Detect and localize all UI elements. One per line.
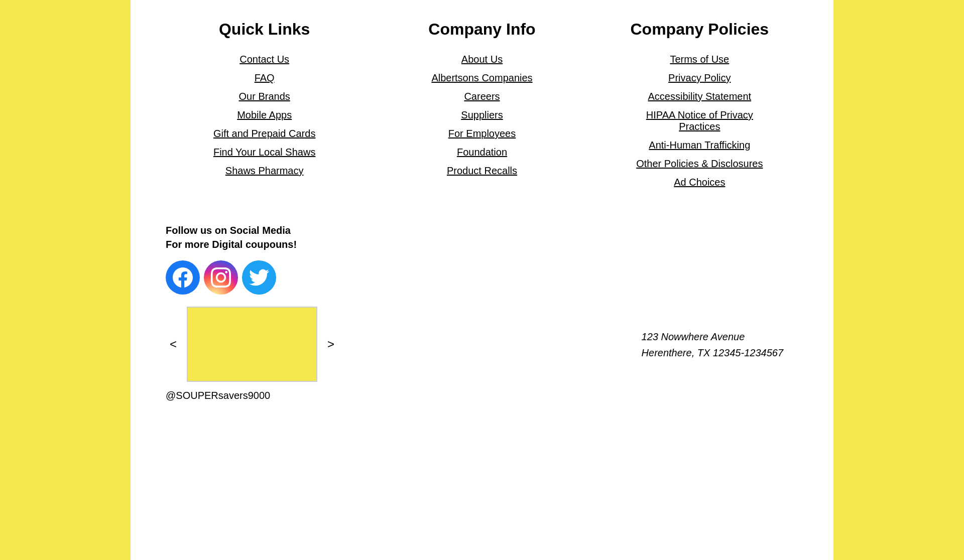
company-policies-list: Terms of Use Privacy Policy Accessibilit…	[596, 54, 803, 188]
other-policies-link[interactable]: Other Policies & Disclosures	[636, 158, 763, 169]
instagram-icon[interactable]	[204, 260, 238, 295]
ad-choices-link[interactable]: Ad Choices	[674, 177, 725, 188]
list-item: Foundation	[378, 147, 585, 158]
address-line1: 123 Nowwhere Avenue	[642, 331, 745, 342]
quick-links-column: Quick Links Contact Us FAQ Our Brands Mo…	[161, 20, 368, 188]
foundation-link[interactable]: Foundation	[457, 147, 507, 158]
careers-link[interactable]: Careers	[464, 91, 500, 102]
albertsons-companies-link[interactable]: Albertsons Companies	[431, 72, 532, 83]
list-item: Shaws Pharmacy	[161, 165, 368, 177]
quick-links-list: Contact Us FAQ Our Brands Mobile Apps Gi…	[161, 54, 368, 177]
mobile-apps-link[interactable]: Mobile Apps	[237, 109, 292, 120]
list-item: About Us	[378, 54, 585, 65]
company-policies-title: Company Policies	[596, 20, 803, 39]
for-employees-link[interactable]: For Employees	[448, 128, 516, 139]
social-icons-row	[166, 260, 338, 295]
carousel-image	[187, 307, 317, 382]
company-info-column: Company Info About Us Albertsons Compani…	[378, 20, 585, 188]
address-line2: Herenthere, TX 12345-1234567	[642, 347, 783, 358]
product-recalls-link[interactable]: Product Recalls	[447, 165, 517, 176]
list-item: Anti-Human Trafficking	[596, 139, 803, 151]
about-us-link[interactable]: About Us	[461, 54, 503, 65]
company-info-list: About Us Albertsons Companies Careers Su…	[378, 54, 585, 177]
company-info-title: Company Info	[378, 20, 585, 39]
list-item: Accessibility Statement	[596, 91, 803, 102]
company-policies-column: Company Policies Terms of Use Privacy Po…	[596, 20, 803, 188]
carousel-prev-button[interactable]: <	[166, 335, 181, 353]
social-label-line2: For more Digital coupouns!	[166, 239, 297, 250]
list-item: Mobile Apps	[161, 109, 368, 121]
hipaa-notice-link[interactable]: HIPAA Notice of Privacy Practices	[629, 109, 770, 132]
list-item: Contact Us	[161, 54, 368, 65]
shaws-pharmacy-link[interactable]: Shaws Pharmacy	[225, 165, 304, 176]
quick-links-title: Quick Links	[161, 20, 368, 39]
list-item: Albertsons Companies	[378, 72, 585, 84]
privacy-policy-link[interactable]: Privacy Policy	[668, 72, 731, 83]
list-item: HIPAA Notice of Privacy Practices	[596, 109, 803, 132]
list-item: Product Recalls	[378, 165, 585, 177]
suppliers-link[interactable]: Suppliers	[461, 109, 503, 120]
list-item: FAQ	[161, 72, 368, 84]
list-item: Terms of Use	[596, 54, 803, 65]
twitter-icon[interactable]	[242, 260, 276, 295]
anti-human-trafficking-link[interactable]: Anti-Human Trafficking	[649, 139, 750, 151]
list-item: Privacy Policy	[596, 72, 803, 84]
footer-columns: Quick Links Contact Us FAQ Our Brands Mo…	[161, 20, 803, 188]
terms-of-use-link[interactable]: Terms of Use	[670, 54, 729, 65]
address-text: 123 Nowwhere Avenue Herenthere, TX 12345…	[642, 329, 783, 361]
list-item: Other Policies & Disclosures	[596, 158, 803, 170]
accessibility-statement-link[interactable]: Accessibility Statement	[648, 91, 752, 102]
list-item: Our Brands	[161, 91, 368, 102]
list-item: Ad Choices	[596, 177, 803, 188]
social-handle: @SOUPERsavers9000	[166, 390, 338, 401]
find-local-shaws-link[interactable]: Find Your Local Shaws	[213, 147, 315, 158]
social-label-line1: Follow us on Social Media	[166, 225, 291, 236]
list-item: For Employees	[378, 128, 585, 139]
contact-us-link[interactable]: Contact Us	[239, 54, 289, 65]
list-item: Careers	[378, 91, 585, 102]
list-item: Suppliers	[378, 109, 585, 121]
list-item: Find Your Local Shaws	[161, 147, 368, 158]
faq-link[interactable]: FAQ	[255, 72, 275, 83]
social-section: Follow us on Social Media For more Digit…	[161, 223, 338, 401]
list-item: Gift and Prepaid Cards	[161, 128, 368, 139]
our-brands-link[interactable]: Our Brands	[239, 91, 290, 102]
gift-prepaid-cards-link[interactable]: Gift and Prepaid Cards	[213, 128, 315, 139]
carousel-container: < >	[166, 307, 338, 382]
social-label: Follow us on Social Media For more Digit…	[166, 223, 338, 251]
address-section: 123 Nowwhere Avenue Herenthere, TX 12345…	[642, 218, 803, 361]
carousel-next-button[interactable]: >	[323, 335, 338, 353]
page-wrapper: Quick Links Contact Us FAQ Our Brands Mo…	[131, 0, 833, 560]
facebook-icon[interactable]	[166, 260, 200, 295]
